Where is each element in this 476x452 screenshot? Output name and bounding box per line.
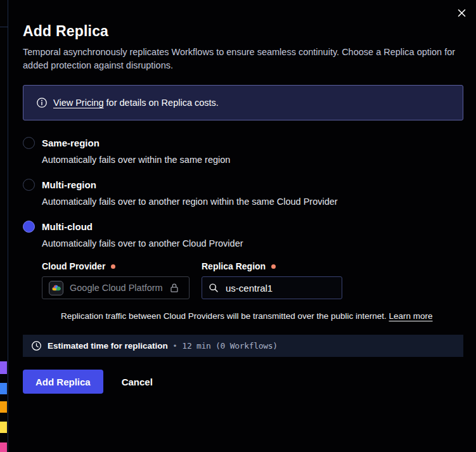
cloud-provider-value: Google Cloud Platform [70,283,163,293]
option-description: Automatically fails over to another Clou… [42,238,463,249]
field-label-text: Replica Region [202,261,266,271]
option-same-region: Same-region Automatically fails over wit… [23,137,463,165]
public-internet-note: Replication traffic between Cloud Provid… [61,311,463,321]
option-description: Automatically fails over within the same… [42,155,463,165]
required-dot-icon [271,264,276,269]
radio-unselected-icon[interactable] [23,179,35,191]
banner-text-rest: for details on Replica costs. [104,98,219,108]
add-replica-modal: Add Replica Temporal asynchronously repl… [8,0,476,452]
underlying-page-edge [0,0,8,452]
underlying-color-row [0,422,7,433]
field-label-text: Cloud Provider [42,261,105,271]
replica-region-field: Replica Region [202,261,342,299]
replica-region-input[interactable] [224,282,335,294]
underlying-color-row [0,442,7,452]
replica-region-searchbox[interactable] [202,276,342,299]
radio-selected-icon[interactable] [23,221,35,233]
radio-multi-cloud[interactable]: Multi-cloud [23,221,463,233]
close-icon [457,8,466,18]
underlying-color-row [0,383,7,394]
radio-same-region[interactable]: Same-region [23,137,463,149]
lock-icon [169,283,179,294]
estimate-value: 12 min (0 Workflows) [182,341,278,351]
replica-region-label: Replica Region [202,261,342,271]
option-multi-region: Multi-region Automatically fails over to… [23,179,463,207]
cloud-provider-field: Cloud Provider [42,261,190,299]
required-dot-icon [111,264,115,269]
radio-multi-region[interactable]: Multi-region [23,179,463,191]
modal-description: Temporal asynchronously replicates Workf… [23,46,463,72]
option-multi-cloud: Multi-cloud Automatically fails over to … [23,221,463,321]
pricing-info-banner: View Pricing for details on Replica cost… [23,85,463,120]
learn-more-link[interactable]: Learn more [389,311,433,321]
cloud-provider-select[interactable]: Google Cloud Platform [42,276,190,299]
view-pricing-link[interactable]: View Pricing [53,98,104,108]
option-label: Multi-region [42,179,96,190]
estimated-time-bar: Estimated time for replication • 12 min … [23,335,463,357]
option-label: Multi-cloud [42,221,93,232]
search-icon [209,283,219,293]
banner-text: View Pricing for details on Replica cost… [53,98,219,108]
option-description: Automatically fails over to another regi… [42,197,463,207]
option-label: Same-region [42,138,100,148]
estimate-separator: • [174,341,177,351]
field-row: Cloud Provider [42,261,463,299]
underlying-color-row [0,401,7,413]
cancel-button[interactable]: Cancel [122,377,153,387]
note-text: Replication traffic between Cloud Provid… [61,311,389,321]
radio-unselected-icon[interactable] [23,137,35,149]
underlying-color-row [0,361,7,374]
google-cloud-icon [51,284,61,292]
replica-option-group: Same-region Automatically fails over wit… [23,137,463,321]
multi-cloud-settings: Cloud Provider [42,261,463,321]
modal-title: Add Replica [23,23,463,40]
gcp-logo-badge [49,281,63,295]
clock-icon [31,340,42,351]
close-button[interactable] [454,6,468,20]
info-icon [36,97,48,108]
underlying-divider [0,27,8,27]
cloud-provider-label: Cloud Provider [42,261,190,271]
add-replica-button[interactable]: Add Replica [23,370,103,394]
modal-actions: Add Replica Cancel [23,370,463,394]
estimate-label: Estimated time for replication [48,341,168,351]
